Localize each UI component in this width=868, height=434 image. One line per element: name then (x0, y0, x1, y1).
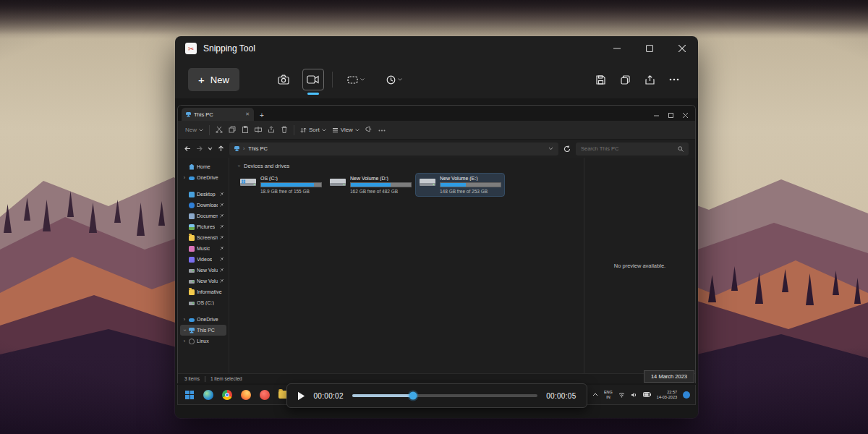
sidebar-item-pictures[interactable]: Pictures (180, 221, 226, 232)
clock[interactable]: 22:57 14-03-2023 (657, 390, 677, 399)
seek-slider[interactable] (352, 391, 537, 401)
sidebar-item-videos[interactable]: Videos (180, 254, 226, 265)
recent-locations-button[interactable] (208, 147, 213, 150)
devices-group-header[interactable]: › Devices and drives (237, 163, 576, 169)
tray-expand-icon[interactable] (592, 393, 598, 396)
snipping-tool-window: ✂ Snipping Tool + New (175, 36, 698, 418)
seek-thumb[interactable] (409, 392, 417, 400)
sidebar-item-downloads[interactable]: Downloads (180, 200, 226, 210)
pin-icon (220, 268, 224, 273)
sidebar-item-linux[interactable]: › Linux (180, 336, 226, 346)
plus-icon: + (198, 75, 205, 85)
taskbar-app-opera[interactable] (258, 388, 271, 402)
file-explorer-window: This PC ✕ + New (177, 105, 696, 383)
video-mode-button[interactable] (302, 69, 324, 90)
delay-dropdown[interactable] (379, 69, 409, 90)
taskbar-app-chrome[interactable] (221, 388, 234, 402)
explorer-minimize-icon[interactable] (654, 113, 659, 118)
save-icon (596, 75, 605, 85)
rename-icon[interactable] (255, 126, 262, 135)
snip-shape-icon (347, 76, 358, 84)
minimize-button[interactable] (600, 36, 633, 61)
share-button[interactable] (639, 69, 660, 90)
seek-fill (352, 394, 414, 397)
explorer-main-pane: › Devices and drives (229, 158, 584, 373)
drive-tile-new-volume-e[interactable]: New Volume (E:) 148 GB free of 253 GB (416, 174, 504, 196)
search-input[interactable] (581, 145, 675, 152)
start-button[interactable] (183, 388, 196, 402)
photo-mode-button[interactable] (273, 69, 294, 90)
address-box[interactable]: › This PC (229, 142, 558, 156)
sidebar-item-this-pc[interactable]: › This PC (180, 325, 226, 336)
see-more-icon[interactable] (378, 127, 386, 133)
drive-usage-bar (440, 182, 501, 187)
paste-icon[interactable] (242, 126, 249, 135)
refresh-button[interactable] (563, 145, 571, 153)
taskbar-app-firefox[interactable] (239, 388, 252, 402)
copy-button[interactable] (614, 69, 636, 90)
drive-icon (189, 269, 195, 273)
total-time: 00:00:05 (546, 392, 576, 400)
folder-icon (189, 289, 195, 295)
sidebar-item-music[interactable]: Music (180, 243, 226, 254)
breadcrumb-separator: › (243, 146, 244, 151)
language-indicator[interactable]: ENG IN (604, 390, 613, 399)
battery-icon[interactable] (643, 392, 651, 397)
notification-icon[interactable] (683, 391, 690, 399)
sidebar-item-informative[interactable]: Informative (180, 286, 226, 297)
sidebar-item-onedrive-2[interactable]: › OneDrive (180, 314, 226, 325)
details-pane-icon[interactable] (365, 126, 373, 134)
sidebar-item-home[interactable]: Home (180, 161, 226, 172)
folder-icon (189, 235, 195, 241)
explorer-close-icon[interactable] (683, 113, 688, 118)
item-count: 3 items (184, 376, 200, 381)
recorded-frame: This PC ✕ + New (177, 105, 696, 405)
drive-name: New Volume (E:) (440, 176, 501, 181)
drive-tile-os-c[interactable]: OS (C:) 18.9 GB free of 155 GB (237, 174, 325, 196)
sort-button[interactable]: Sort (300, 127, 326, 133)
view-button[interactable]: View (332, 127, 359, 133)
play-button[interactable] (297, 391, 305, 401)
drive-name: New Volume (D:) (350, 176, 412, 181)
sidebar-item-new-volume-e[interactable]: New Volume (E:) (180, 276, 226, 286)
sidebar-item-new-volume-d[interactable]: New Volume (D:) (180, 265, 226, 276)
pin-icon (220, 278, 224, 284)
close-icon (678, 45, 686, 52)
explorer-maximize-icon[interactable] (668, 113, 673, 118)
close-button[interactable] (665, 36, 698, 61)
snip-shape-dropdown[interactable] (341, 69, 371, 90)
sidebar-item-os-c[interactable]: OS (C:) (180, 297, 226, 308)
delete-icon[interactable] (281, 126, 288, 135)
new-tab-button[interactable]: + (260, 112, 264, 119)
capture-preview: This PC ✕ + New (175, 98, 698, 418)
volume-icon[interactable] (631, 392, 637, 398)
sidebar-item-screenshots[interactable]: Screenshots (180, 232, 226, 243)
system-tray: ENG IN 22:57 14-03-2023 (592, 390, 690, 399)
tab-close-icon[interactable]: ✕ (245, 111, 250, 117)
search-box[interactable] (576, 142, 689, 156)
drive-usage-bar (260, 182, 322, 187)
sidebar-item-documents[interactable]: Documents (180, 210, 226, 221)
sidebar-item-desktop[interactable]: Desktop (180, 189, 226, 200)
this-pc-icon (234, 146, 239, 151)
share-icon[interactable] (268, 126, 275, 135)
back-button[interactable] (184, 145, 191, 152)
cut-icon[interactable] (216, 126, 223, 135)
forward-icon (196, 145, 203, 152)
drive-tile-new-volume-d[interactable]: New Volume (D:) 162 GB free of 482 GB (326, 174, 414, 196)
breadcrumb[interactable]: This PC (248, 145, 268, 152)
wifi-icon[interactable] (618, 392, 625, 398)
save-button[interactable] (590, 69, 611, 90)
sidebar-item-onedrive[interactable]: › OneDrive (180, 172, 226, 183)
home-icon (189, 164, 195, 170)
forward-button[interactable] (196, 145, 203, 152)
up-button[interactable] (218, 145, 224, 152)
new-capture-button[interactable]: + New (188, 68, 239, 91)
explorer-command-bar: New Sort (178, 121, 695, 140)
explorer-new-button[interactable]: New (185, 127, 203, 133)
taskbar-app-edge[interactable] (202, 388, 215, 402)
copy-icon[interactable] (229, 126, 236, 135)
more-options-button[interactable] (663, 69, 685, 90)
maximize-button[interactable] (633, 36, 665, 61)
tab-this-pc[interactable]: This PC ✕ (182, 108, 254, 121)
